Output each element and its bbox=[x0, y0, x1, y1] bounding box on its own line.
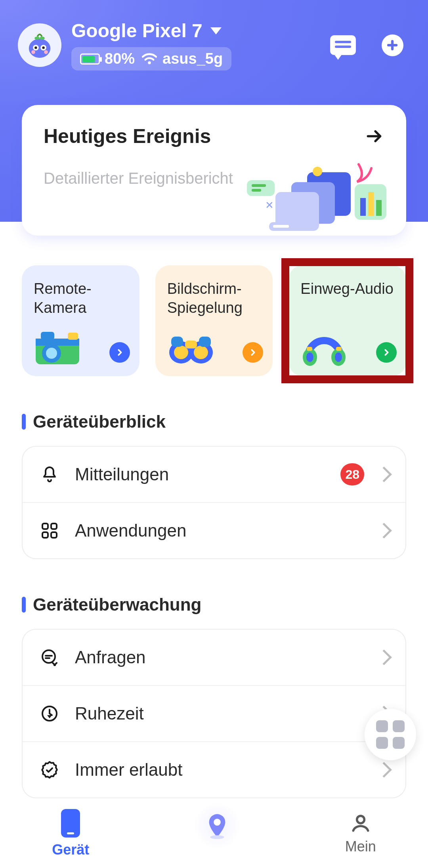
svg-rect-42 bbox=[336, 347, 342, 351]
clock-icon bbox=[38, 702, 61, 725]
svg-rect-46 bbox=[51, 532, 57, 538]
svg-rect-23 bbox=[273, 225, 289, 228]
body: Remote-Kamera Bildschirm-Spiegelung bbox=[0, 265, 428, 862]
binoculars-icon bbox=[163, 325, 219, 368]
svg-point-50 bbox=[210, 835, 224, 839]
svg-point-5 bbox=[31, 50, 35, 54]
shortcut-tiles: Remote-Kamera Bildschirm-Spiegelung bbox=[22, 265, 406, 376]
grid-icon bbox=[376, 720, 405, 749]
row-label: Immer erlaubt bbox=[75, 760, 364, 780]
device-column: Google Pixel 7 80% asus_5g bbox=[71, 20, 329, 70]
battery-indicator: 80% bbox=[80, 50, 135, 67]
svg-rect-18 bbox=[247, 180, 275, 196]
svg-point-32 bbox=[174, 346, 188, 359]
device-status: 80% asus_5g bbox=[71, 47, 231, 70]
nav-device[interactable]: Gerät bbox=[52, 809, 89, 858]
svg-rect-41 bbox=[307, 347, 312, 351]
tile-go-button[interactable] bbox=[109, 342, 130, 363]
svg-rect-28 bbox=[41, 332, 54, 340]
section-overview-title: Geräteüberblick bbox=[22, 412, 406, 432]
chat-icon bbox=[330, 35, 356, 55]
wifi-icon bbox=[142, 53, 157, 65]
row-requests[interactable]: Anfragen bbox=[23, 630, 405, 685]
row-notifications[interactable]: Mitteilungen 28 bbox=[23, 447, 405, 502]
event-head: Heutiges Ereignis bbox=[44, 125, 384, 148]
svg-point-27 bbox=[46, 348, 57, 359]
svg-rect-15 bbox=[360, 198, 366, 216]
svg-rect-29 bbox=[68, 333, 78, 340]
device-name: Google Pixel 7 bbox=[71, 20, 203, 42]
section-title-text: Geräteüberblick bbox=[33, 412, 166, 432]
svg-rect-44 bbox=[51, 523, 57, 529]
svg-point-51 bbox=[357, 816, 364, 823]
chevron-right-icon bbox=[376, 523, 392, 539]
headphones-icon bbox=[296, 325, 352, 368]
requests-icon bbox=[38, 646, 61, 668]
device-selector[interactable]: Google Pixel 7 bbox=[71, 20, 329, 42]
avatar[interactable] bbox=[18, 23, 61, 67]
section-bar-icon bbox=[22, 414, 26, 430]
svg-point-40 bbox=[335, 352, 342, 362]
tile-go-button[interactable] bbox=[376, 342, 397, 363]
row-label: Ruhezeit bbox=[75, 704, 364, 723]
header-actions bbox=[329, 31, 410, 59]
svg-rect-35 bbox=[171, 337, 183, 347]
section-title-text: Geräteüberwachung bbox=[33, 595, 201, 615]
messages-button[interactable] bbox=[329, 31, 357, 59]
tile-label: Bildschirm-Spiegelung bbox=[167, 280, 261, 317]
chevron-down-icon bbox=[210, 27, 222, 34]
today-event-card[interactable]: Heutiges Ereignis Detaillierter Ereignis… bbox=[22, 105, 406, 236]
header: Google Pixel 7 80% asus_5g bbox=[0, 0, 428, 222]
chevron-right-icon bbox=[376, 466, 392, 482]
camera-icon bbox=[30, 325, 85, 368]
svg-point-8 bbox=[40, 36, 45, 40]
svg-point-4 bbox=[42, 46, 44, 49]
svg-point-6 bbox=[44, 50, 48, 54]
tile-label: Einweg-Audio bbox=[300, 280, 394, 299]
svg-point-49 bbox=[214, 819, 221, 826]
chevron-right-icon bbox=[376, 649, 392, 665]
nav-label: Gerät bbox=[52, 841, 89, 858]
row-always-allowed[interactable]: Immer erlaubt bbox=[23, 741, 405, 798]
plus-icon bbox=[382, 34, 403, 56]
svg-point-0 bbox=[29, 39, 50, 58]
section-monitoring-title: Geräteüberwachung bbox=[22, 595, 406, 615]
nav-location[interactable] bbox=[193, 802, 241, 849]
wifi-ssid: asus_5g bbox=[162, 50, 223, 67]
tile-go-button[interactable] bbox=[243, 342, 263, 363]
row-label: Anfragen bbox=[75, 647, 364, 667]
floating-grid-button[interactable] bbox=[365, 709, 416, 760]
svg-rect-17 bbox=[376, 200, 382, 216]
phone-icon bbox=[61, 809, 80, 838]
svg-rect-19 bbox=[252, 184, 266, 187]
svg-point-7 bbox=[34, 36, 40, 40]
arrow-right-icon bbox=[365, 126, 384, 146]
tile-screen-mirroring[interactable]: Bildschirm-Spiegelung bbox=[155, 265, 273, 376]
tile-one-way-audio[interactable]: Einweg-Audio bbox=[289, 265, 406, 376]
chevron-right-icon bbox=[376, 762, 392, 778]
monitoring-panel: Anfragen Ruhezeit Immer erlaubt bbox=[22, 629, 406, 798]
svg-point-13 bbox=[313, 167, 322, 176]
bell-icon bbox=[38, 463, 61, 485]
tile-remote-camera[interactable]: Remote-Kamera bbox=[22, 265, 139, 376]
header-row: Google Pixel 7 80% asus_5g bbox=[18, 20, 410, 70]
row-applications[interactable]: Anwendungen bbox=[23, 502, 405, 558]
svg-point-3 bbox=[34, 46, 37, 49]
battery-icon bbox=[80, 53, 100, 65]
svg-rect-16 bbox=[368, 192, 374, 216]
row-label: Mitteilungen bbox=[75, 464, 326, 484]
bottom-nav: Gerät Mein bbox=[0, 799, 428, 868]
check-badge-icon bbox=[38, 759, 61, 781]
row-quiet-time[interactable]: Ruhezeit bbox=[23, 685, 405, 741]
svg-rect-43 bbox=[42, 523, 48, 529]
add-button[interactable] bbox=[378, 31, 406, 59]
nav-mine[interactable]: Mein bbox=[345, 812, 376, 855]
location-pin-icon bbox=[203, 812, 231, 839]
wifi-indicator: asus_5g bbox=[142, 50, 223, 67]
overview-panel: Mitteilungen 28 Anwendungen bbox=[22, 446, 406, 559]
svg-rect-45 bbox=[42, 532, 48, 538]
battery-percent: 80% bbox=[105, 50, 135, 67]
user-icon bbox=[350, 812, 372, 834]
avatar-berry-icon bbox=[24, 29, 55, 61]
svg-point-9 bbox=[148, 61, 151, 64]
